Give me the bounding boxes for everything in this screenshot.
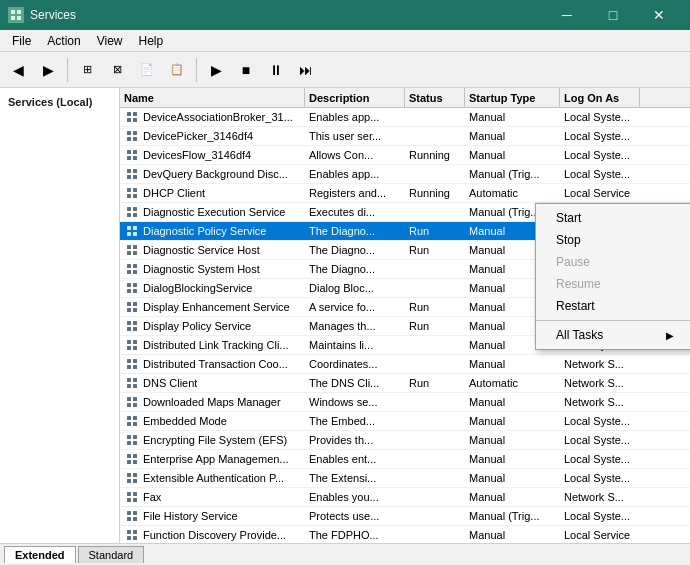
svg-rect-58 [127,365,131,369]
resume-button[interactable]: ⏭ [292,56,320,84]
service-desc: The Diagno... [305,241,405,259]
service-row[interactable]: Embedded Mode The Embed... Manual Local … [120,412,690,431]
svg-rect-92 [127,530,131,534]
service-row[interactable]: Downloaded Maps Manager Windows se... Ma… [120,393,690,412]
tab-standard[interactable]: Standard [78,546,145,563]
service-row[interactable]: DevicesFlow_3146df4 Allows Con... Runnin… [120,146,690,165]
col-header-name[interactable]: Name [120,88,305,107]
service-startup: Automatic [465,374,560,392]
service-icon [124,451,140,467]
svg-rect-32 [127,245,131,249]
menu-view[interactable]: View [89,32,131,50]
svg-rect-55 [133,346,137,350]
service-name: Fax [143,491,161,503]
svg-rect-40 [127,283,131,287]
up-button[interactable]: ⊠ [103,56,131,84]
service-row[interactable]: Fax Enables you... Manual Network S... [120,488,690,507]
service-icon [124,356,140,372]
service-name: Diagnostic Execution Service [143,206,285,218]
svg-rect-89 [133,511,137,515]
context-menu-item-restart[interactable]: Restart [536,295,690,317]
service-logon: Local Syste... [560,507,640,525]
service-name: DevicePicker_3146df4 [143,130,253,142]
svg-rect-51 [133,327,137,331]
context-menu-item-all-tasks[interactable]: All Tasks▶ [536,324,690,346]
service-status: Run [405,222,465,240]
col-header-startup[interactable]: Startup Type [465,88,560,107]
svg-rect-90 [127,517,131,521]
service-name: Diagnostic Policy Service [143,225,267,237]
svg-rect-86 [127,498,131,502]
service-row[interactable]: DevicePicker_3146df4 This user ser... Ma… [120,127,690,146]
window-controls: ─ □ ✕ [544,0,682,30]
pause-button[interactable]: ⏸ [262,56,290,84]
close-button[interactable]: ✕ [636,0,682,30]
service-row[interactable]: DeviceAssociationBroker_31... Enables ap… [120,108,690,127]
context-menu-item-pause: Pause [536,251,690,273]
service-status [405,336,465,354]
service-startup: Manual [465,488,560,506]
service-logon: Local Syste... [560,146,640,164]
service-row[interactable]: DevQuery Background Disc... Enables app.… [120,165,690,184]
view-button[interactable]: 📄 [133,56,161,84]
col-header-logon[interactable]: Log On As [560,88,640,107]
service-row[interactable]: Distributed Transaction Coo... Coordinat… [120,355,690,374]
service-name: Downloaded Maps Manager [143,396,281,408]
service-icon [124,432,140,448]
service-status [405,355,465,373]
minimize-button[interactable]: ─ [544,0,590,30]
context-item-label: Pause [556,255,590,269]
service-row[interactable]: Function Discovery Provide... The FDPHO.… [120,526,690,543]
service-row[interactable]: File History Service Protects use... Man… [120,507,690,526]
properties-button[interactable]: 📋 [163,56,191,84]
maximize-button[interactable]: □ [590,0,636,30]
svg-rect-84 [127,492,131,496]
service-row[interactable]: Encrypting File System (EFS) Provides th… [120,431,690,450]
service-status: Run [405,241,465,259]
service-desc: Provides th... [305,431,405,449]
service-logon: Network S... [560,488,640,506]
back-button[interactable]: ◀ [4,56,32,84]
svg-rect-80 [127,473,131,477]
show-hide-button[interactable]: ⊞ [73,56,101,84]
svg-rect-39 [133,270,137,274]
service-name: DevQuery Background Disc... [143,168,288,180]
service-desc: Registers and... [305,184,405,202]
service-startup: Manual [465,450,560,468]
service-logon: Network S... [560,355,640,373]
forward-button[interactable]: ▶ [34,56,62,84]
stop-button[interactable]: ■ [232,56,260,84]
context-menu-item-start[interactable]: Start [536,207,690,229]
svg-rect-14 [127,156,131,160]
svg-rect-57 [133,359,137,363]
svg-rect-88 [127,511,131,515]
main-content: Services (Local) Name Description Status… [0,88,690,543]
service-desc: Enables app... [305,165,405,183]
col-header-status[interactable]: Status [405,88,465,107]
svg-rect-26 [127,213,131,217]
service-row[interactable]: DHCP Client Registers and... Running Aut… [120,184,690,203]
service-desc: Maintains li... [305,336,405,354]
service-desc: The Diagno... [305,222,405,240]
tab-extended[interactable]: Extended [4,546,76,563]
svg-rect-6 [127,118,131,122]
svg-rect-61 [133,378,137,382]
service-icon [124,413,140,429]
context-menu-item-stop[interactable]: Stop [536,229,690,251]
svg-rect-17 [133,169,137,173]
service-row[interactable]: Enterprise App Managemen... Enables ent.… [120,450,690,469]
svg-rect-64 [127,397,131,401]
service-icon [124,508,140,524]
title-bar: Services ─ □ ✕ [0,0,690,30]
col-header-desc[interactable]: Description [305,88,405,107]
svg-rect-31 [133,232,137,236]
column-headers: Name Description Status Startup Type Log… [120,88,690,108]
menu-action[interactable]: Action [39,32,88,50]
service-row[interactable]: DNS Client The DNS Cli... Run Automatic … [120,374,690,393]
service-row[interactable]: Extensible Authentication P... The Exten… [120,469,690,488]
menu-file[interactable]: File [4,32,39,50]
service-status [405,469,465,487]
play-button[interactable]: ▶ [202,56,230,84]
menu-help[interactable]: Help [131,32,172,50]
svg-rect-22 [127,194,131,198]
